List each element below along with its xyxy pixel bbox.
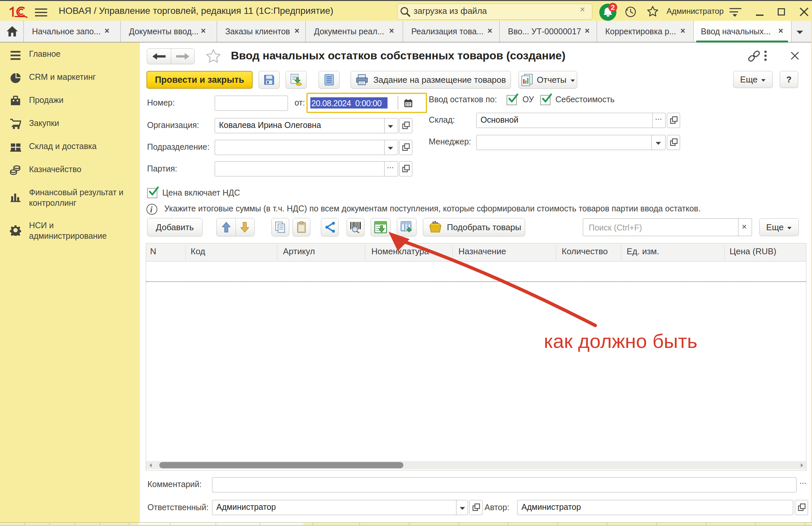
svg-text:2: 2	[611, 3, 615, 12]
